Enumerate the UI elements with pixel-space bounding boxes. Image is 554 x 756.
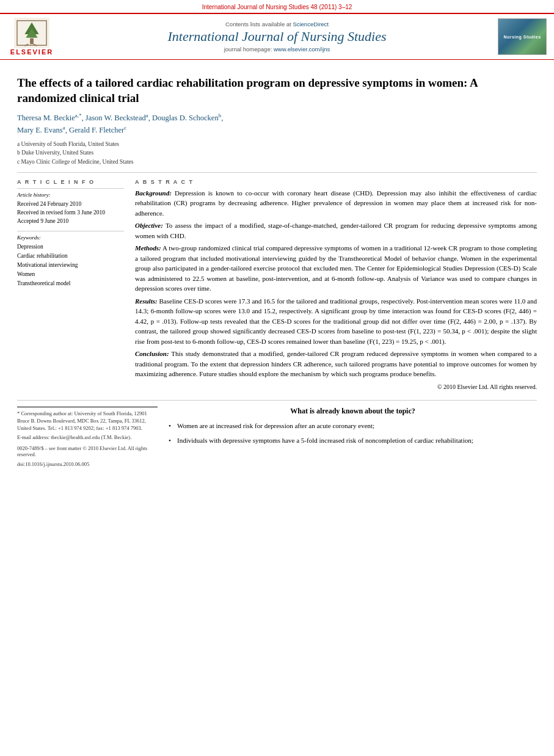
elsevier-tree-icon (13, 18, 50, 48)
author-2: , Jason W. Beckstead (82, 114, 146, 123)
journal-header: ELSEVIER Contents lists available at Sci… (0, 13, 554, 60)
abstract-methods: Methods: A two-group randomized clinical… (135, 243, 537, 294)
bullet-2: Individuals with depressive symptoms hav… (169, 435, 537, 446)
known-topic-column: What is already known about the topic? W… (169, 407, 537, 467)
corresponding-author-note: * Corresponding author at: University of… (17, 410, 158, 432)
issn-line: 0020-7489/$ – see front matter © 2010 El… (17, 445, 158, 457)
journal-logo-right: Nursing Studies (498, 18, 547, 55)
author-1: Theresa M. Beckie (17, 114, 75, 123)
keyword-3: Motivational interviewing (17, 261, 124, 270)
affiliation-a: a University of South Florida, United St… (17, 140, 537, 148)
keyword-4: Women (17, 270, 124, 279)
keyword-1: Depression (17, 242, 124, 252)
elsevier-wordmark: ELSEVIER (10, 48, 53, 56)
journal-center: Contents lists available at ScienceDirec… (62, 21, 492, 53)
top-reference: International Journal of Nursing Studies… (0, 0, 554, 13)
bullet-1: Women are at increased risk for depressi… (169, 421, 537, 431)
divider (17, 172, 537, 173)
methods-text: A two-group randomized clinical trial co… (135, 244, 537, 292)
objective-text: To assess the impact of a modified, stag… (135, 222, 537, 239)
background-text: Depression is known to co-occur with cor… (135, 189, 537, 217)
background-label: Background: (135, 189, 172, 197)
footnote-text: * Corresponding author at: University of… (17, 407, 158, 442)
right-column: A B S T R A C T Background: Depression i… (135, 179, 537, 391)
affiliation-b: b Duke University, United States (17, 148, 537, 157)
left-column: A R T I C L E I N F O Article history: R… (17, 179, 124, 391)
keyword-5: Transtheoretical model (17, 279, 124, 288)
article-info-header: A R T I C L E I N F O (17, 179, 124, 185)
sciencedirect-label: Contents lists available at ScienceDirec… (62, 21, 492, 27)
known-topic-header: What is already known about the topic? (169, 407, 537, 416)
known-topic-bullets: Women are at increased risk for depressi… (169, 421, 537, 446)
author-3: , Douglas D. Schocken (148, 114, 219, 123)
bottom-section: * Corresponding author at: University of… (17, 400, 537, 467)
conclusion-label: Conclusion: (135, 350, 169, 357)
abstract-results: Results: Baseline CES-D scores were 17.3… (135, 296, 537, 347)
keyword-2: Cardiac rehabilitation (17, 252, 124, 261)
accepted-date: Accepted 9 June 2010 (17, 217, 124, 225)
abstract-objective: Objective: To assess the impact of a mod… (135, 220, 537, 241)
abstract-text: Background: Depression is known to co-oc… (135, 188, 537, 391)
received-date: Received 24 February 2010 (17, 200, 124, 208)
two-col-layout: A R T I C L E I N F O Article history: R… (17, 179, 537, 391)
author-5: , Gerald F. Fletcher (65, 126, 125, 134)
journal-logo-text: Nursing Studies (503, 35, 541, 39)
abstract-header: A B S T R A C T (135, 179, 537, 185)
journal-homepage: journal homepage: www.elsevier.com/ijns (62, 46, 492, 53)
bottom-two-col: * Corresponding author at: University of… (17, 407, 537, 467)
article-history-section: Article history: Received 24 February 20… (17, 188, 124, 226)
journal-title-header: International Journal of Nursing Studies (62, 29, 492, 45)
revised-date: Received in revised form 3 June 2010 (17, 208, 124, 217)
results-text: Baseline CES-D scores were 17.3 and 16.5… (135, 297, 537, 345)
affiliations: a University of South Florida, United St… (17, 140, 537, 166)
email-note: E-mail address: tbeckie@health.usf.edu (… (17, 434, 158, 442)
article-title: The effects of a tailored cardiac rehabi… (17, 76, 537, 106)
abstract-conclusion: Conclusion: This study demonstrated that… (135, 349, 537, 379)
objective-label: Objective: (135, 222, 163, 229)
author-1-sup: a,* (75, 112, 82, 118)
keywords-section: Keywords: Depression Cardiac rehabilitat… (17, 231, 124, 289)
copyright: © 2010 Elsevier Ltd. All rights reserved… (135, 382, 537, 391)
elsevier-logo: ELSEVIER (7, 18, 56, 56)
keywords-list: Depression Cardiac rehabilitation Motiva… (17, 242, 124, 289)
journal-url: www.elsevier.com/ijns (274, 46, 330, 53)
methods-label: Methods: (135, 244, 161, 252)
main-content: The effects of a tailored cardiac rehabi… (0, 60, 554, 479)
results-label: Results: (135, 297, 158, 305)
article-history-label: Article history: (17, 192, 124, 198)
svg-rect-2 (30, 38, 34, 45)
author-4: Mary E. Evans (17, 126, 63, 134)
abstract-background: Background: Depression is known to co-oc… (135, 188, 537, 219)
doi-line: doi:10.1016/j.ijnurstu.2010.06.005 (17, 461, 158, 467)
authors: Theresa M. Beckiea,*, Jason W. Beckstead… (17, 112, 537, 136)
affiliation-c: c Mayo Clinic College of Medicine, Unite… (17, 158, 537, 166)
keywords-label: Keywords: (17, 234, 124, 241)
footnote-column: * Corresponding author at: University of… (17, 407, 158, 467)
author-5-sup: c (124, 125, 126, 131)
conclusion-text: This study demonstrated that a modified,… (135, 350, 537, 377)
